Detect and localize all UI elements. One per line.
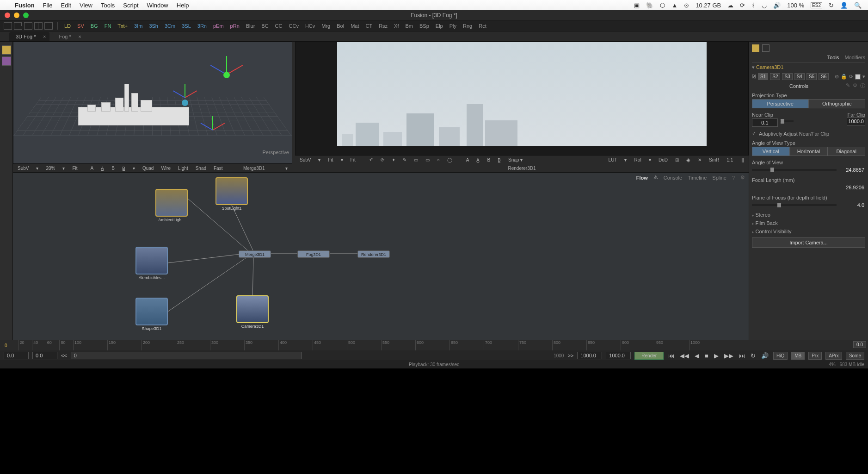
file-tab-fog[interactable]: Fog *× [52, 32, 85, 41]
snap-dropdown[interactable]: Snap ▾ [506, 157, 524, 162]
channel-a[interactable]: A [464, 157, 471, 162]
inspector-tab-modifiers[interactable]: Modifiers [844, 55, 865, 60]
tool-cc[interactable]: CC [272, 23, 285, 29]
rect-icon[interactable]: ▭ [412, 157, 420, 162]
edit-icon[interactable]: ✎ [401, 157, 408, 162]
shad-button[interactable]: Shad [194, 166, 208, 171]
tool-bg[interactable]: BG [88, 23, 101, 29]
tool-fn[interactable]: FN [102, 23, 114, 29]
layout-hsplit[interactable] [14, 22, 22, 30]
range-end-b[interactable]: 1000.0 [606, 352, 631, 359]
help-icon[interactable]: ? [732, 175, 735, 181]
rewind-button[interactable]: << [61, 353, 67, 358]
quad-button[interactable]: Quad [141, 166, 155, 171]
wire-button[interactable]: Wire [159, 166, 172, 171]
state-s5[interactable]: S5 [806, 73, 817, 80]
tool-3cm[interactable]: 3Cm [162, 23, 178, 29]
cloud-icon[interactable]: ☁ [727, 2, 733, 9]
sync-icon[interactable]: ⟳ [740, 2, 745, 9]
node-fog3d[interactable]: Fog3D1 [297, 250, 330, 258]
dropdown-icon[interactable]: ▾ [862, 74, 865, 80]
refresh-icon[interactable]: ↻ [829, 2, 834, 9]
undo-icon[interactable]: ↶ [368, 157, 375, 162]
dod-button[interactable]: DoD [657, 157, 670, 162]
farclip-input[interactable]: 1000.0 [847, 117, 865, 125]
flow-editor[interactable]: Flow ⚠ Console Timeline Spline ? ⚙ Ambie… [13, 172, 749, 340]
state-s3[interactable]: S3 [782, 73, 792, 80]
subv-button[interactable]: SubV [298, 157, 313, 162]
close-tab-icon[interactable]: × [43, 34, 46, 39]
dropdown-icon[interactable]: ▾ [283, 166, 289, 171]
warning-icon[interactable]: ⚠ [653, 175, 658, 181]
node-spotlight[interactable]: SpotLight1 [215, 177, 248, 211]
smr-button[interactable]: SmR [707, 157, 721, 162]
volume-icon[interactable]: 🔊 [773, 2, 781, 9]
fit-button[interactable]: Fit [326, 157, 335, 162]
focal-value[interactable]: 26.9206 [839, 184, 865, 191]
channel-a[interactable]: A [89, 166, 96, 171]
menu-window[interactable]: Window [147, 2, 168, 9]
channel-bu[interactable]: B̲ [496, 157, 503, 162]
range-end[interactable]: 1000.0 [577, 352, 602, 359]
tool-3sh[interactable]: 3Sh [146, 23, 161, 29]
channel-b[interactable]: B [485, 157, 492, 162]
inspector-check-icon[interactable] [762, 44, 770, 52]
tool-mrg[interactable]: Mrg [319, 23, 333, 29]
channel-b[interactable]: B [110, 166, 117, 171]
bluetooth-icon[interactable]: ᚼ [751, 2, 755, 9]
channel-au[interactable]: A̲ [99, 166, 106, 171]
aov-diagonal[interactable]: Diagonal [827, 147, 865, 156]
strip-icon[interactable] [2, 56, 11, 66]
aov-horizontal[interactable]: Horizontal [790, 147, 828, 156]
edit-icon[interactable]: ✎ [846, 82, 850, 89]
plane-value[interactable]: 4.0 [839, 201, 865, 209]
state-s6[interactable]: S6 [819, 73, 829, 80]
color-swatch[interactable] [855, 74, 861, 80]
channel-bu[interactable]: B̲ [120, 166, 127, 171]
flow-tab-flow[interactable]: Flow [636, 175, 648, 181]
forward-button[interactable]: >> [567, 353, 573, 358]
inspector-tab-tools[interactable]: Tools [827, 55, 839, 60]
target-icon[interactable]: ◉ [684, 157, 692, 162]
tool-ld[interactable]: LD [62, 23, 74, 29]
menu-edit[interactable]: Edit [61, 2, 71, 9]
go-end-icon[interactable]: ⏭ [738, 352, 746, 359]
playhead[interactable]: 0 [5, 343, 7, 348]
layout-grid[interactable] [44, 22, 53, 30]
fit-button[interactable]: Fit [70, 166, 79, 171]
tool-txt[interactable]: Txt+ [115, 23, 130, 29]
dropdown-icon[interactable]: ▾ [622, 157, 628, 162]
inspector-cube-icon[interactable] [752, 44, 759, 52]
state-s4[interactable]: S4 [794, 73, 805, 80]
circle-icon[interactable]: ○ [435, 157, 442, 162]
tool-3sl[interactable]: 3SL [179, 23, 194, 29]
play-icon[interactable]: ▶ [713, 352, 720, 359]
menu-view[interactable]: View [80, 2, 92, 9]
dropdown-icon[interactable]: ▾ [647, 157, 653, 162]
tool-prn[interactable]: pRn [228, 23, 242, 29]
step-fwd-icon[interactable]: ▶▶ [723, 352, 734, 359]
current-frame[interactable]: 0 [71, 352, 302, 359]
state-s2[interactable]: S2 [770, 73, 780, 80]
drive-icon[interactable]: ▲ [671, 2, 677, 9]
status-icon[interactable]: ▣ [634, 2, 640, 9]
twirl-visibility[interactable]: Control Visibility [752, 227, 865, 236]
grid-icon[interactable]: ⊞ [673, 157, 681, 162]
adaptive-checkbox[interactable]: ✓Adaptively Adjust Near/Far Clip [752, 129, 865, 138]
loop-icon[interactable]: ↻ [750, 352, 757, 359]
minimize-window-button[interactable] [14, 12, 19, 18]
range-start-b[interactable]: 0.0 [32, 352, 57, 359]
close-tab-icon[interactable]: × [78, 34, 81, 39]
node-shape3d[interactable]: Shape3D1 [135, 298, 168, 331]
tool-3im[interactable]: 3Im [131, 23, 145, 29]
app-name[interactable]: Fusion [15, 2, 35, 9]
flow-tab-timeline[interactable]: Timeline [688, 175, 707, 181]
tool-ccv[interactable]: CCv [286, 23, 302, 29]
fast-button[interactable]: Fast [212, 166, 224, 171]
prx-button[interactable]: Prx [808, 352, 822, 360]
node-merge3d[interactable]: Merge3D1 [239, 250, 271, 258]
stop-icon[interactable]: ■ [704, 352, 709, 359]
channel-au[interactable]: A̲ [474, 157, 481, 162]
dropdown-icon[interactable]: ▾ [61, 166, 67, 171]
bars-icon[interactable]: ||| [739, 157, 746, 162]
